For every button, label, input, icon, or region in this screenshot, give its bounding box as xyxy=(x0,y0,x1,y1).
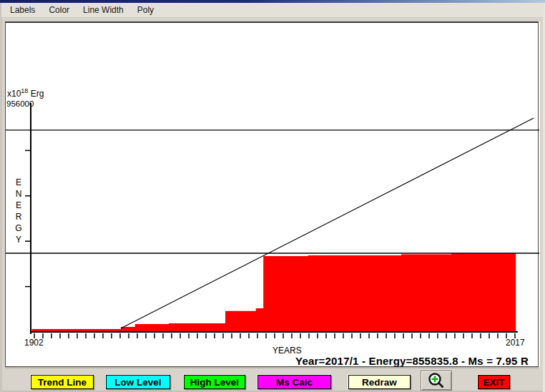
y-axis-unit-label: x1018 Erg xyxy=(7,87,44,99)
x-axis-max-label: 2017 xyxy=(506,338,525,348)
zoom-button[interactable] xyxy=(421,371,452,391)
chart-panel: x1018 Erg 956000 ENERGY 1902 2017 YEARS … xyxy=(5,21,539,367)
menu-labels[interactable]: Labels xyxy=(6,4,39,16)
trend-line-button[interactable]: Trend Line xyxy=(31,375,94,389)
menu-color[interactable]: Color xyxy=(45,4,73,16)
redraw-button[interactable]: Redraw xyxy=(348,375,411,389)
cumulative-energy-area xyxy=(32,253,516,332)
ms-calc-button[interactable]: Ms Calc xyxy=(257,375,331,389)
x-axis-title: YEARS xyxy=(272,346,302,356)
exit-button[interactable]: EXIT xyxy=(478,375,510,389)
menu-line-width[interactable]: Line Width xyxy=(79,4,127,16)
high-level-button[interactable]: High Level xyxy=(184,375,245,389)
low-level-button[interactable]: Low Level xyxy=(106,375,170,389)
y-axis-max-value: 956000 xyxy=(6,99,34,108)
y-axis-title: ENERGY xyxy=(14,177,24,246)
energy-chart xyxy=(6,23,539,368)
app-window: Labels Color Line Width Poly x1018 Erg 9… xyxy=(0,0,545,392)
x-axis-min-label: 1902 xyxy=(24,338,44,348)
menu-poly[interactable]: Poly xyxy=(134,4,157,16)
menu-bar: Labels Color Line Width Poly xyxy=(1,3,544,18)
magnifier-plus-icon xyxy=(427,372,446,389)
status-readout: Year=2017/1 - Energy=855835.8 - Ms = 7.9… xyxy=(290,355,534,367)
